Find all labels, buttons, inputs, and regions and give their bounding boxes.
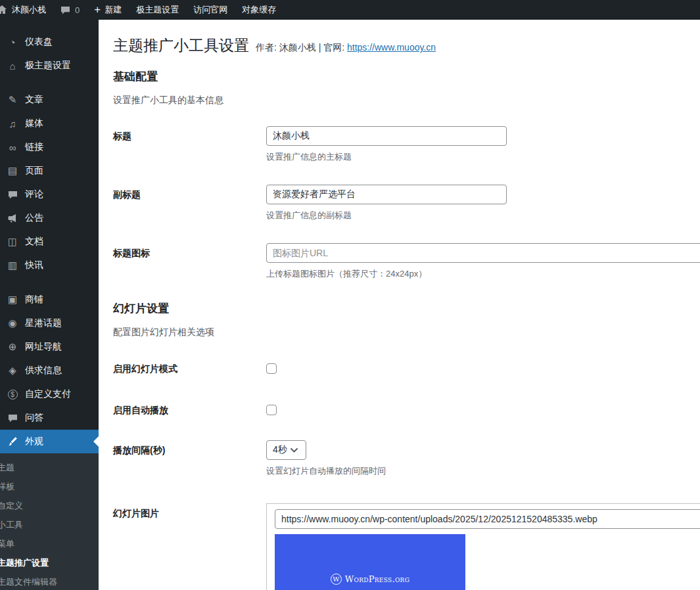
submenu-item-theme-promo-settings[interactable]: 主题推广设置: [0, 553, 99, 572]
comment-count: 0: [75, 5, 80, 15]
supply-icon: ◈: [6, 364, 19, 377]
appearance-submenu: 主题 样板 自定义 小工具 菜单 主题推广设置 主题文件编辑器: [0, 453, 99, 590]
admin-bar-new[interactable]: + 新建: [87, 0, 129, 20]
title-label: 标题: [113, 126, 266, 163]
qa-icon: [6, 411, 19, 424]
pages-icon: ▤: [6, 164, 19, 177]
sidebar-item-news[interactable]: ▥ 快讯: [0, 254, 99, 277]
payment-icon: $: [6, 388, 19, 401]
enable-autoplay-checkbox[interactable]: [266, 405, 277, 415]
enable-slideshow-label: 启用幻灯片模式: [113, 362, 266, 376]
wordpress-w-icon: W: [331, 574, 342, 585]
admin-bar-visit-site[interactable]: 访问官网: [186, 0, 235, 20]
chevron-down-icon: [291, 448, 298, 453]
sidebar-item-topics[interactable]: ◉ 星港话题: [0, 311, 99, 335]
field-row-slide-image: 幻灯片图片 W WordPress.org: [113, 503, 700, 590]
plus-icon: +: [94, 4, 101, 15]
section-desc-basic: 设置推广小工具的基本信息: [113, 93, 700, 106]
admin-bar-site-menu[interactable]: 沐颜小栈: [0, 0, 53, 20]
section-title-basic: 基础配置: [113, 70, 700, 84]
sidebar-item-store[interactable]: ▣ 商铺: [0, 288, 99, 311]
wordpress-logo-text: WordPress.org: [345, 574, 409, 584]
post-icon: ✎: [6, 93, 19, 106]
title-help: 设置推广信息的主标题: [266, 151, 507, 163]
sidebar-item-dashboard[interactable]: ◔ 仪表盘: [0, 30, 99, 54]
sidebar-item-pages[interactable]: ▤ 页面: [0, 159, 99, 183]
title-icon-label: 标题图标: [113, 243, 266, 280]
sidebar-item-supply-demand[interactable]: ◈ 供求信息: [0, 359, 99, 382]
submenu-item-widgets[interactable]: 小工具: [0, 515, 99, 534]
admin-top-bar: 沐颜小栈 0 + 新建 极主题设置 访问官网 对象缓存: [0, 0, 700, 20]
home-icon: ⌂: [6, 59, 19, 72]
admin-bar-object-cache[interactable]: 对象缓存: [235, 0, 283, 20]
field-row-title-icon: 标题图标 上传标题图标图片（推荐尺寸：24x24px）: [113, 243, 700, 280]
interval-select[interactable]: 4秒: [266, 440, 306, 460]
enable-autoplay-label: 启用自动播放: [113, 403, 266, 418]
section-desc-slideshow: 配置图片幻灯片相关选项: [113, 325, 700, 338]
title-icon-help: 上传标题图标图片（推荐尺寸：24x24px）: [266, 268, 700, 280]
sidebar-item-qa[interactable]: 问答: [0, 406, 99, 430]
slide-image-preview: W WordPress.org: [275, 534, 465, 590]
page-header: 主题推广小工具设置 作者: 沐颜小栈 | 官网: https://www.muo…: [113, 35, 700, 55]
author-text: 作者: 沐颜小栈 | 官网:: [256, 42, 347, 53]
store-icon: ▣: [6, 293, 19, 306]
slide-image-url-input[interactable]: [275, 509, 700, 529]
admin-bar-new-label: 新建: [105, 4, 122, 16]
sidebar-separator: [0, 78, 99, 88]
submenu-item-themes[interactable]: 主题: [0, 458, 99, 477]
admin-bar-comments[interactable]: 0: [53, 0, 87, 20]
topics-icon: ◉: [6, 317, 19, 330]
submenu-item-theme-file-editor[interactable]: 主题文件编辑器: [0, 572, 99, 590]
settings-page: 主题推广小工具设置 作者: 沐颜小栈 | 官网: https://www.muo…: [99, 20, 700, 590]
field-row-enable-autoplay: 启用自动播放: [113, 403, 700, 418]
sidebar-item-comments[interactable]: 评论: [0, 183, 99, 206]
enable-slideshow-checkbox[interactable]: [266, 363, 277, 374]
field-row-title: 标题 设置推广信息的主标题: [113, 126, 700, 163]
dashboard-icon: ◔: [6, 35, 19, 49]
field-row-interval: 播放间隔(秒) 4秒 设置幻灯片自动播放的间隔时间: [113, 440, 700, 477]
comments-icon: [6, 188, 19, 201]
submenu-item-patterns[interactable]: 样板: [0, 477, 99, 496]
subtitle-help: 设置推广信息的副标题: [266, 210, 507, 221]
interval-label: 播放间隔(秒): [113, 440, 266, 477]
subtitle-input[interactable]: [266, 185, 507, 204]
interval-selected-value: 4秒: [273, 444, 287, 456]
sidebar-item-theme-settings[interactable]: ⌂ 极主题设置: [0, 54, 99, 78]
sidebar-item-links[interactable]: ∞ 链接: [0, 135, 99, 159]
page-title: 主题推广小工具设置: [113, 35, 249, 55]
interval-help: 设置幻灯片自动播放的间隔时间: [266, 465, 386, 477]
submenu-item-menus[interactable]: 菜单: [0, 534, 99, 553]
megaphone-icon: [6, 212, 19, 225]
site-home-icon: [0, 5, 7, 15]
submenu-item-customize[interactable]: 自定义: [0, 496, 99, 515]
media-icon: ♫: [6, 117, 19, 130]
admin-bar-theme-settings[interactable]: 极主题设置: [129, 0, 186, 20]
document-icon: ◫: [6, 235, 19, 248]
sidebar-item-announcements[interactable]: 公告: [0, 206, 99, 230]
field-row-subtitle: 副标题 设置推广信息的副标题: [113, 185, 700, 221]
sidebar-item-custom-payment[interactable]: $ 自定义支付: [0, 382, 99, 406]
field-row-enable-slideshow: 启用幻灯片模式: [113, 362, 700, 376]
sidebar-item-url-navigation[interactable]: ⊕ 网址导航: [0, 335, 99, 359]
slide-image-label: 幻灯片图片: [113, 503, 266, 590]
sidebar-separator: [0, 277, 99, 288]
subtitle-label: 副标题: [113, 185, 266, 221]
admin-bar-site-name: 沐颜小栈: [12, 4, 46, 16]
page-meta: 作者: 沐颜小栈 | 官网: https://www.muooy.cn: [256, 42, 436, 54]
slide-image-panel: W WordPress.org: [266, 503, 700, 590]
wordpress-logo: W WordPress.org: [331, 574, 409, 585]
sidebar-item-appearance[interactable]: 外观: [0, 430, 99, 453]
sidebar-item-documents[interactable]: ◫ 文档: [0, 230, 99, 254]
links-icon: ∞: [6, 141, 19, 154]
news-icon: ▥: [6, 259, 19, 272]
comments-bubble-icon: [60, 6, 70, 14]
official-site-link[interactable]: https://www.muooy.cn: [347, 42, 436, 53]
brush-icon: [6, 435, 19, 448]
sidebar-item-media[interactable]: ♫ 媒体: [0, 112, 99, 135]
globe-icon: ⊕: [6, 340, 19, 353]
title-icon-url-input[interactable]: [266, 243, 700, 263]
title-input[interactable]: [266, 126, 507, 146]
admin-sidebar: ◔ 仪表盘 ⌂ 极主题设置 ✎ 文章 ♫ 媒体 ∞ 链接 ▤ 页面 评论: [0, 20, 99, 590]
sidebar-item-posts[interactable]: ✎ 文章: [0, 88, 99, 112]
section-title-slideshow: 幻灯片设置: [113, 302, 700, 316]
